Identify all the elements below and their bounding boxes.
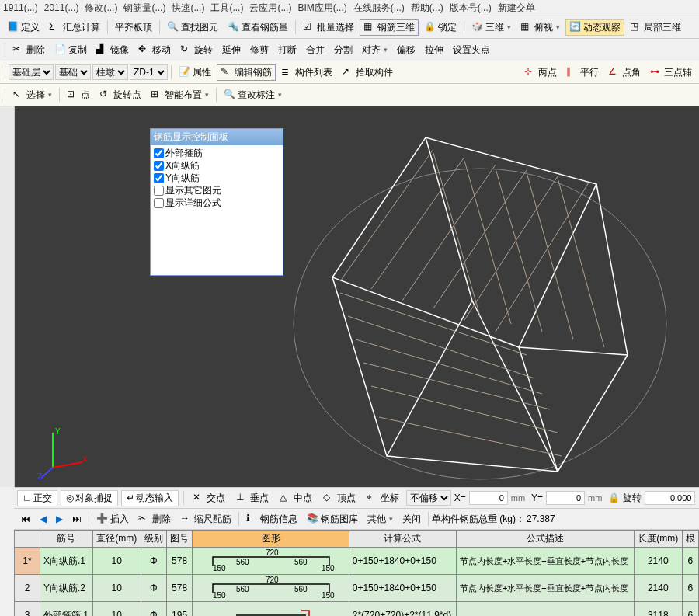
menu-item[interactable]: 2011(...): [44, 2, 79, 13]
rebar-display-panel[interactable]: 钢筋显示控制面板 外部箍筋 X向纵筋 Y向纵筋 显示其它图元 显示详细公式: [150, 128, 283, 276]
rebar-3d-button[interactable]: ▦钢筋三维: [360, 19, 419, 36]
snap-mid[interactable]: △中点: [276, 490, 316, 506]
view-rebar-qty-button[interactable]: 🔩查看钢筋量: [224, 19, 292, 36]
local-3d-button[interactable]: ◳局部三维: [626, 19, 685, 36]
define-button[interactable]: 📘定义: [3, 19, 43, 36]
select-tool-dropdown[interactable]: ↖选择: [9, 87, 56, 103]
nav-prev[interactable]: ◀: [36, 512, 50, 526]
y-input[interactable]: [546, 491, 585, 505]
pick-component-button[interactable]: ↗拾取构件: [338, 64, 397, 81]
lock-small-icon[interactable]: 🔒: [608, 492, 620, 503]
col-cnt[interactable]: 根: [682, 531, 698, 548]
point-tool[interactable]: ⊡点: [63, 87, 94, 103]
point-angle-button[interactable]: ∠点角: [604, 64, 645, 81]
name-select[interactable]: ZD-1: [130, 64, 168, 80]
find-element-button[interactable]: 🔍查找图元: [163, 19, 222, 36]
cross-icon: ✕: [193, 492, 205, 504]
parallel-button[interactable]: ∥平行: [562, 64, 603, 81]
sum-calc-button[interactable]: Σ汇总计算: [45, 19, 104, 36]
col-len[interactable]: 长度(mm): [634, 531, 682, 548]
menu-item[interactable]: 版本号(...): [450, 2, 492, 15]
menu-item[interactable]: BIM应用(...): [297, 2, 346, 15]
menu-item[interactable]: 云应用(...): [249, 2, 291, 15]
snap-peak[interactable]: ◇顶点: [319, 490, 360, 506]
set-grip-button[interactable]: 设置夹点: [449, 42, 494, 58]
dynin-toggle[interactable]: ↵动态输入: [121, 490, 179, 506]
menu-item[interactable]: 快速(...): [172, 2, 204, 15]
rotate-button[interactable]: ↻旋转: [176, 42, 217, 58]
view-3d-dropdown[interactable]: 🎲三维: [468, 19, 515, 36]
delete-row-button[interactable]: ✂删除: [134, 511, 175, 527]
offset-select[interactable]: 不偏移: [406, 490, 451, 506]
insert-row-button[interactable]: ➕插入: [92, 511, 133, 527]
category-select[interactable]: 基础: [55, 64, 91, 80]
scale-rebar-button[interactable]: ↔缩尺配筋: [176, 511, 235, 527]
chk-show-formula[interactable]: 显示详细公式: [154, 197, 280, 209]
col-desc[interactable]: 公式描述: [456, 531, 634, 548]
attr-button[interactable]: 📝属性: [175, 64, 215, 81]
osnap-toggle[interactable]: ◎对象捕捉: [61, 490, 118, 506]
rotate-input[interactable]: [645, 491, 695, 505]
chk-show-other[interactable]: 显示其它图元: [154, 184, 280, 197]
col-formula[interactable]: 计算公式: [349, 531, 456, 548]
join-button[interactable]: 合并: [302, 42, 329, 58]
rotate-point-tool[interactable]: ↺旋转点: [96, 87, 145, 103]
stretch-button[interactable]: 拉伸: [421, 42, 447, 58]
ortho-toggle[interactable]: ∟正交: [17, 490, 57, 506]
split-button[interactable]: 分割: [330, 42, 356, 58]
col-shape[interactable]: 图形: [193, 531, 349, 548]
other-dropdown[interactable]: 其他: [363, 511, 397, 527]
view-top-dropdown[interactable]: ▦俯视: [516, 19, 564, 36]
table-row[interactable]: 2 Y向纵筋.2 10 Φ 578 150560 720560 150 0+15…: [15, 575, 699, 602]
align-button[interactable]: 对齐: [358, 42, 391, 58]
menu-item[interactable]: 工具(...): [210, 2, 243, 15]
layer-select[interactable]: 基础层: [9, 64, 54, 80]
x-input[interactable]: [469, 491, 508, 505]
table-row[interactable]: 3 外部箍筋.1 10 Φ 195 720 720 2*(720+720)+2*…: [15, 602, 699, 617]
menu-item[interactable]: 在线服务(...): [353, 2, 405, 15]
menu-item[interactable]: 1911(...): [3, 2, 38, 13]
nav-next[interactable]: ▶: [52, 512, 67, 526]
move-button[interactable]: ✥移动: [134, 42, 175, 58]
menu-item[interactable]: 钢筋量(...): [123, 2, 165, 15]
table-row[interactable]: 1* X向纵筋.1 10 Φ 578 150560 720560 150 0+1…: [15, 548, 699, 575]
three-point-button[interactable]: ⊶三点辅: [646, 64, 696, 81]
menu-item[interactable]: 新建交单: [498, 2, 535, 15]
chk-outer-stirrup[interactable]: 外部箍筋: [154, 147, 280, 159]
rebar-info-button[interactable]: ℹ钢筋信息: [242, 511, 301, 527]
batch-select-button[interactable]: ☑批量选择: [299, 19, 358, 36]
smart-place-dropdown[interactable]: ⊞智能布置: [147, 87, 213, 103]
copy-button[interactable]: 📄复制: [50, 42, 91, 58]
rebar-lib-button[interactable]: 📚钢筋图库: [303, 511, 362, 527]
chk-y-longitudinal[interactable]: Y向纵筋: [154, 172, 280, 184]
lock-button[interactable]: 🔒锁定: [420, 19, 461, 36]
two-point-button[interactable]: ⊹两点: [520, 64, 561, 81]
snap-coord[interactable]: ⌖坐标: [363, 490, 403, 506]
type-select[interactable]: 柱墩: [92, 64, 128, 80]
snap-perp[interactable]: ⊥垂点: [232, 490, 273, 506]
snap-cross[interactable]: ✕交点: [189, 490, 229, 506]
nav-last[interactable]: ⏭: [68, 512, 85, 526]
delete-button[interactable]: ✂删除: [9, 42, 49, 58]
dynamic-view-button[interactable]: 🔄动态观察: [565, 19, 624, 36]
find-annotation-dropdown[interactable]: 🔍查改标注: [220, 87, 286, 103]
close-button[interactable]: 关闭: [398, 511, 425, 527]
extend-button[interactable]: 延伸: [218, 42, 245, 58]
svg-line-15: [433, 170, 527, 308]
col-dia[interactable]: 直径(mm): [92, 531, 141, 548]
nav-first[interactable]: ⏮: [17, 512, 34, 526]
offset-button[interactable]: 偏移: [393, 42, 419, 58]
col-name[interactable]: 筋号: [40, 531, 93, 548]
align-slab-button[interactable]: 平齐板顶: [111, 19, 156, 36]
mirror-button[interactable]: ▟镜像: [92, 42, 133, 58]
menu-item[interactable]: 修改(...): [85, 2, 117, 15]
col-grade[interactable]: 级别: [141, 531, 166, 548]
viewport-3d[interactable]: 钢筋显示控制面板 外部箍筋 X向纵筋 Y向纵筋 显示其它图元 显示详细公式 Y …: [14, 106, 699, 487]
col-code[interactable]: 图号: [166, 531, 192, 548]
break-button[interactable]: 打断: [274, 42, 301, 58]
menu-item[interactable]: 帮助(...): [411, 2, 443, 15]
component-list-button[interactable]: ≣构件列表: [277, 64, 336, 81]
edit-rebar-button[interactable]: ✎编辑钢筋: [217, 64, 276, 81]
trim-button[interactable]: 修剪: [246, 42, 273, 58]
chk-x-longitudinal[interactable]: X向纵筋: [154, 159, 280, 172]
